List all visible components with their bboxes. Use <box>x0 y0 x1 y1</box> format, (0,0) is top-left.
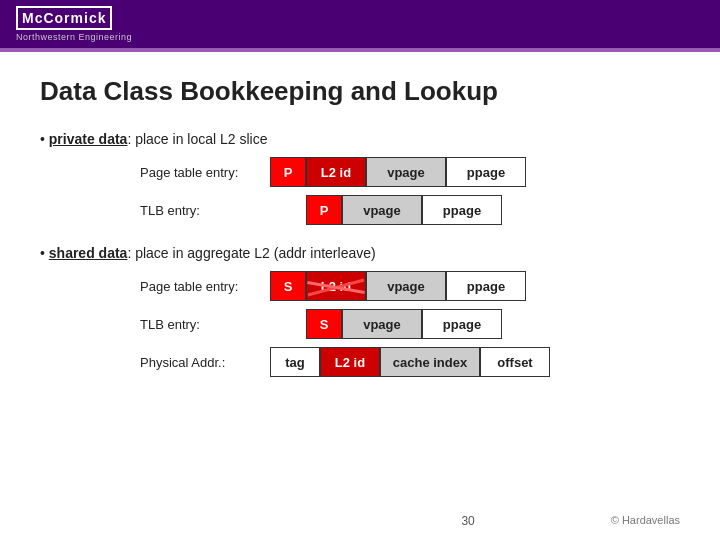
shared-tlb-label: TLB entry: <box>140 317 270 332</box>
cell-vpage-private: vpage <box>366 157 446 187</box>
private-bullet: • private data: place in local L2 slice <box>40 131 680 147</box>
physical-addr-row: Physical Addr.: tag L2 id cache index of… <box>140 347 680 377</box>
physical-addr-label: Physical Addr.: <box>140 355 270 370</box>
cell-ppage-tlb-shared: ppage <box>422 309 502 339</box>
cell-ppage-private: ppage <box>446 157 526 187</box>
logo-main: McCormick <box>16 6 112 30</box>
cell-l2id-crossed-shared: L2 id <box>306 271 366 301</box>
shared-section: • shared data: place in aggregate L2 (ad… <box>40 245 680 377</box>
shared-bullet: • shared data: place in aggregate L2 (ad… <box>40 245 680 261</box>
cell-vpage-tlb-shared: vpage <box>342 309 422 339</box>
shared-page-table-label: Page table entry: <box>140 279 270 294</box>
cell-l2id-phys: L2 id <box>320 347 380 377</box>
cell-p-tlb-private: P <box>306 195 342 225</box>
private-section: • private data: place in local L2 slice … <box>40 131 680 225</box>
cell-ppage-tlb-private: ppage <box>422 195 502 225</box>
cell-p-private: P <box>270 157 306 187</box>
cell-tag: tag <box>270 347 320 377</box>
cell-offset: offset <box>480 347 550 377</box>
private-desc: : place in local L2 slice <box>127 131 267 147</box>
cell-l2id-private: L2 id <box>306 157 366 187</box>
cell-vpage-shared: vpage <box>366 271 446 301</box>
cell-s-tlb-shared: S <box>306 309 342 339</box>
cell-vpage-tlb-private: vpage <box>342 195 422 225</box>
main-content: Data Class Bookkeeping and Lookup • priv… <box>0 52 720 413</box>
shared-label: shared data <box>49 245 128 261</box>
logo: McCormick Northwestern Engineering <box>16 6 132 42</box>
copyright: © Hardavellas <box>611 514 680 528</box>
private-page-table-row: Page table entry: P L2 id vpage ppage <box>140 157 680 187</box>
private-tlb-row: TLB entry: P vpage ppage <box>140 195 680 225</box>
cell-ppage-shared: ppage <box>446 271 526 301</box>
cell-s-shared: S <box>270 271 306 301</box>
private-page-table-label: Page table entry: <box>140 165 270 180</box>
private-tlb-label: TLB entry: <box>140 203 270 218</box>
cell-cache-index: cache index <box>380 347 480 377</box>
page-title: Data Class Bookkeeping and Lookup <box>40 76 680 107</box>
shared-desc: : place in aggregate L2 (addr interleave… <box>127 245 375 261</box>
shared-tlb-row: TLB entry: S vpage ppage <box>140 309 680 339</box>
shared-page-table-row: Page table entry: S L2 id vpage ppage <box>140 271 680 301</box>
header: McCormick Northwestern Engineering <box>0 0 720 48</box>
logo-sub: Northwestern Engineering <box>16 32 132 42</box>
page-number: 30 <box>325 514 610 528</box>
footer: 30 © Hardavellas <box>0 514 720 528</box>
private-label: private data <box>49 131 128 147</box>
